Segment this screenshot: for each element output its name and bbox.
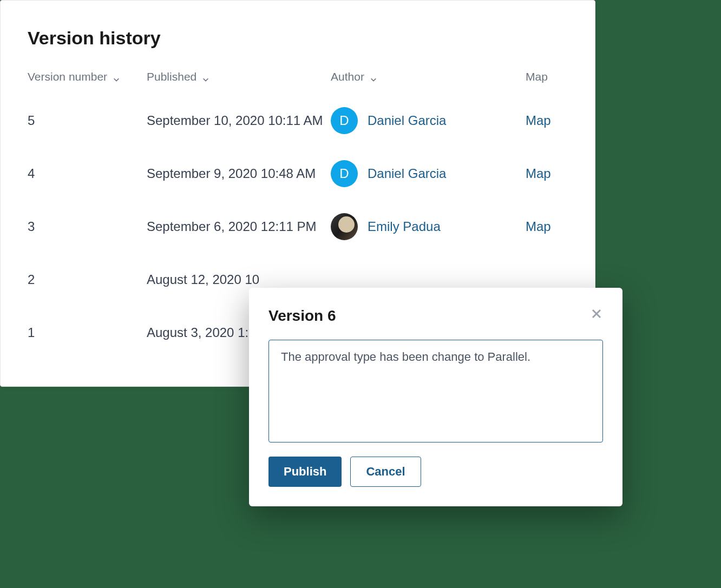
chevron-down-icon	[202, 73, 209, 81]
cell-author: D Daniel Garcia	[331, 160, 526, 187]
cell-map: Map	[526, 166, 568, 181]
author-link[interactable]: Daniel Garcia	[368, 166, 446, 181]
cell-version: 3	[28, 219, 147, 234]
chevron-down-icon	[113, 73, 120, 81]
cell-map: Map	[526, 113, 568, 128]
author-link[interactable]: Emily Padua	[368, 219, 441, 234]
cell-published: September 10, 2020 10:11 AM	[147, 113, 331, 128]
version-note-textarea[interactable]	[268, 340, 603, 442]
modal-header: Version 6	[268, 307, 603, 325]
th-version-number[interactable]: Version number	[28, 70, 147, 83]
map-link[interactable]: Map	[526, 113, 551, 128]
close-button[interactable]	[590, 307, 603, 322]
cell-published: September 6, 2020 12:11 PM	[147, 219, 331, 234]
cell-author: D Daniel Garcia	[331, 107, 526, 134]
avatar	[331, 213, 358, 240]
cell-author: Emily Padua	[331, 213, 526, 240]
avatar: D	[331, 107, 358, 134]
th-map-label: Map	[526, 70, 548, 83]
th-map: Map	[526, 70, 568, 83]
cell-published: September 9, 2020 10:48 AM	[147, 166, 331, 181]
page-title: Version history	[1, 1, 595, 49]
cell-published: August 12, 2020 10	[147, 272, 331, 287]
cell-version: 1	[28, 325, 147, 340]
chevron-down-icon	[370, 73, 377, 81]
th-published[interactable]: Published	[147, 70, 331, 83]
map-link[interactable]: Map	[526, 166, 551, 181]
cell-map: Map	[526, 219, 568, 234]
table-header: Version number Published Author Map	[28, 49, 568, 94]
publish-button[interactable]: Publish	[268, 457, 342, 487]
cell-version: 5	[28, 113, 147, 128]
table-row: 5 September 10, 2020 10:11 AM D Daniel G…	[28, 94, 568, 147]
table-row: 4 September 9, 2020 10:48 AM D Daniel Ga…	[28, 147, 568, 200]
th-author[interactable]: Author	[331, 70, 526, 83]
close-icon	[590, 307, 603, 322]
map-link[interactable]: Map	[526, 219, 551, 234]
author-link[interactable]: Daniel Garcia	[368, 113, 446, 128]
publish-version-modal: Version 6 Publish Cancel	[249, 288, 622, 506]
modal-title: Version 6	[268, 307, 336, 325]
cell-version: 2	[28, 272, 147, 287]
cell-version: 4	[28, 166, 147, 181]
avatar: D	[331, 160, 358, 187]
cancel-button[interactable]: Cancel	[350, 457, 421, 487]
th-published-label: Published	[147, 70, 196, 83]
modal-actions: Publish Cancel	[268, 457, 603, 487]
table-row: 3 September 6, 2020 12:11 PM Emily Padua…	[28, 200, 568, 253]
th-author-label: Author	[331, 70, 364, 83]
th-version-label: Version number	[28, 70, 107, 83]
